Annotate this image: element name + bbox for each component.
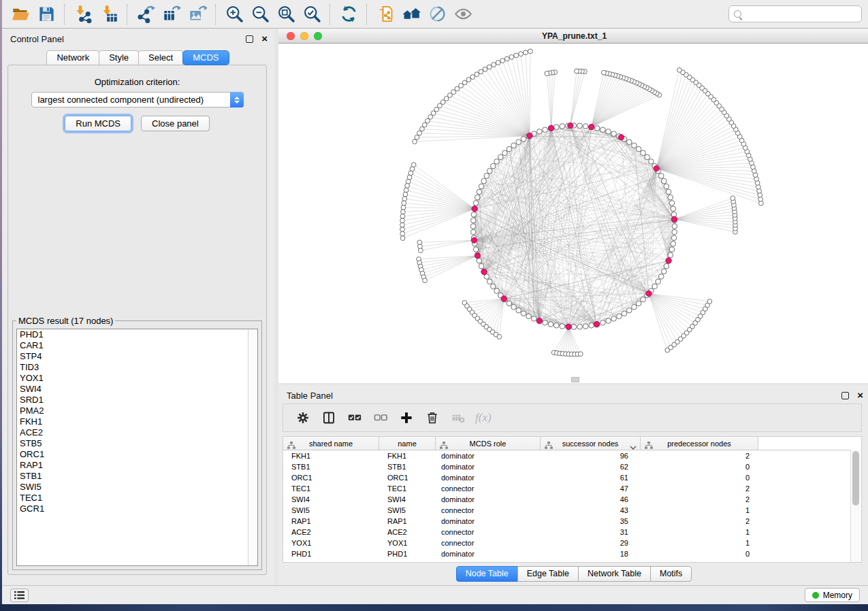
cell[interactable]: dominator — [436, 472, 541, 483]
run-mcds-button[interactable]: Run MCDS — [65, 116, 131, 131]
open-file-button[interactable] — [7, 2, 33, 27]
canvas-scroll-handle[interactable] — [571, 377, 579, 382]
refresh-layout-button[interactable] — [336, 2, 361, 27]
cell[interactable]: ORC1 — [283, 472, 379, 483]
close-panel-icon[interactable]: × — [261, 35, 268, 42]
cell[interactable]: STB1 — [379, 461, 436, 472]
column-header-shared-name[interactable]: shared name — [283, 437, 379, 450]
select-all-checkboxes-button[interactable] — [346, 410, 363, 427]
tab-node-table[interactable]: Node Table — [456, 566, 518, 582]
scrollbar-thumb[interactable] — [852, 451, 859, 506]
tab-motifs[interactable]: Motifs — [650, 566, 692, 582]
mcds-result-item[interactable]: FKH1 — [17, 416, 257, 427]
mcds-list-scrollbar[interactable] — [248, 329, 257, 565]
table-row[interactable]: RAP1RAP1dominator352 — [283, 516, 861, 527]
cell[interactable]: FKH1 — [379, 450, 436, 461]
zoom-selected-button[interactable] — [299, 2, 325, 27]
mcds-result-item[interactable]: PHD1 — [17, 329, 257, 340]
cell[interactable]: 2 — [641, 483, 758, 494]
cell[interactable]: SWI5 — [283, 505, 379, 516]
cell[interactable]: 46 — [541, 494, 641, 505]
mcds-result-item[interactable]: SWI5 — [17, 482, 257, 493]
zoom-fit-button[interactable] — [273, 2, 299, 27]
cell[interactable]: 35 — [541, 516, 641, 527]
export-image-button[interactable] — [184, 2, 210, 27]
cell[interactable]: 0 — [641, 472, 758, 483]
column-header-predecessor-nodes[interactable]: predecessor nodes — [641, 437, 758, 450]
mcds-result-item[interactable]: CAR1 — [17, 340, 257, 351]
cell[interactable]: ACE2 — [283, 527, 379, 538]
column-header-successor-nodes[interactable]: successor nodes — [541, 437, 641, 450]
network-canvas[interactable] — [278, 44, 868, 383]
tab-select[interactable]: Select — [138, 50, 183, 65]
mcds-result-item[interactable]: RAP1 — [17, 460, 257, 471]
tab-network-table[interactable]: Network Table — [578, 566, 651, 582]
cell[interactable]: dominator — [436, 450, 541, 461]
close-panel-icon[interactable]: × — [857, 392, 863, 399]
table-row[interactable]: ACE2ACE2connector311 — [283, 527, 861, 538]
cell[interactable]: ORC1 — [379, 472, 436, 483]
cell[interactable]: 2 — [641, 450, 758, 461]
cell[interactable]: 1 — [641, 527, 758, 538]
cell[interactable]: 31 — [541, 527, 641, 538]
cell[interactable]: 1 — [641, 538, 758, 548]
mcds-result-item[interactable]: TEC1 — [17, 493, 257, 503]
clear-selection-button[interactable] — [372, 410, 389, 427]
mcds-result-item[interactable]: STP4 — [17, 351, 257, 362]
cell[interactable]: 2 — [641, 494, 758, 505]
cell[interactable]: YOX1 — [379, 538, 436, 548]
mcds-result-item[interactable]: PMA2 — [17, 406, 257, 416]
import-table-button[interactable] — [96, 2, 122, 27]
zoom-in-button[interactable] — [221, 2, 247, 27]
tab-network[interactable]: Network — [46, 50, 99, 65]
hide-details-button[interactable] — [424, 2, 450, 27]
export-table-button[interactable] — [159, 2, 184, 27]
table-row[interactable]: SWI5SWI5connector431 — [283, 505, 861, 516]
cell[interactable]: TEC1 — [283, 483, 379, 494]
cell[interactable]: SWI4 — [379, 494, 436, 505]
table-row[interactable]: YOX1YOX1connector291 — [283, 538, 861, 548]
cell[interactable]: 43 — [541, 505, 641, 516]
cell[interactable]: PHD1 — [283, 548, 379, 559]
cell[interactable]: SWI5 — [379, 505, 436, 516]
cell[interactable]: connector — [436, 483, 541, 494]
cell[interactable]: dominator — [436, 461, 541, 472]
cell[interactable]: 0 — [641, 548, 758, 559]
table-row[interactable]: TEC1TEC1connector472 — [283, 483, 861, 494]
home-button[interactable] — [398, 2, 424, 27]
table-row[interactable]: SWI4SWI4dominator462 — [283, 494, 861, 505]
delete-button[interactable] — [423, 410, 440, 427]
mcds-result-item[interactable]: STB5 — [17, 438, 257, 449]
mcds-result-item[interactable]: TID3 — [17, 362, 257, 373]
float-panel-icon[interactable] — [246, 35, 253, 43]
export-network-button[interactable] — [133, 2, 159, 27]
tab-edge-table[interactable]: Edge Table — [517, 566, 579, 582]
cell[interactable]: YOX1 — [283, 538, 379, 548]
save-session-button[interactable] — [33, 2, 59, 27]
column-header-MCDS-role[interactable]: MCDS role — [436, 437, 541, 450]
mcds-result-item[interactable]: ACE2 — [17, 427, 257, 438]
eye-button[interactable] — [450, 2, 476, 27]
cell[interactable]: TEC1 — [379, 483, 436, 494]
settings-gear-button[interactable] — [294, 410, 311, 427]
table-row[interactable]: STB1STB1dominator620 — [283, 461, 861, 472]
cell[interactable]: 29 — [541, 538, 641, 548]
cell[interactable]: 47 — [541, 483, 641, 494]
import-network-button[interactable] — [70, 2, 96, 27]
mcds-result-item[interactable]: SWI4 — [17, 384, 257, 395]
mcds-result-item[interactable]: ORC1 — [17, 449, 257, 460]
search-input[interactable] — [745, 7, 861, 21]
cell[interactable]: ACE2 — [379, 527, 436, 538]
mcds-result-item[interactable]: SRD1 — [17, 395, 257, 406]
column-layout-button[interactable] — [320, 410, 337, 427]
mcds-result-item[interactable]: YOX1 — [17, 373, 257, 384]
tab-mcds[interactable]: MCDS — [182, 50, 229, 65]
cell[interactable]: connector — [436, 505, 541, 516]
optimization-criterion-select[interactable]: largest connected component (undirected) — [31, 92, 244, 108]
table-row[interactable]: FKH1FKH1dominator962 — [283, 450, 861, 461]
clone-network-button[interactable] — [372, 2, 398, 27]
table-row[interactable]: PHD1PHD1dominator180 — [283, 548, 861, 559]
mcds-result-item[interactable]: STB1 — [17, 471, 257, 482]
function-builder-button[interactable]: f(x) — [475, 410, 492, 427]
sort-caret-icon[interactable] — [630, 441, 637, 446]
